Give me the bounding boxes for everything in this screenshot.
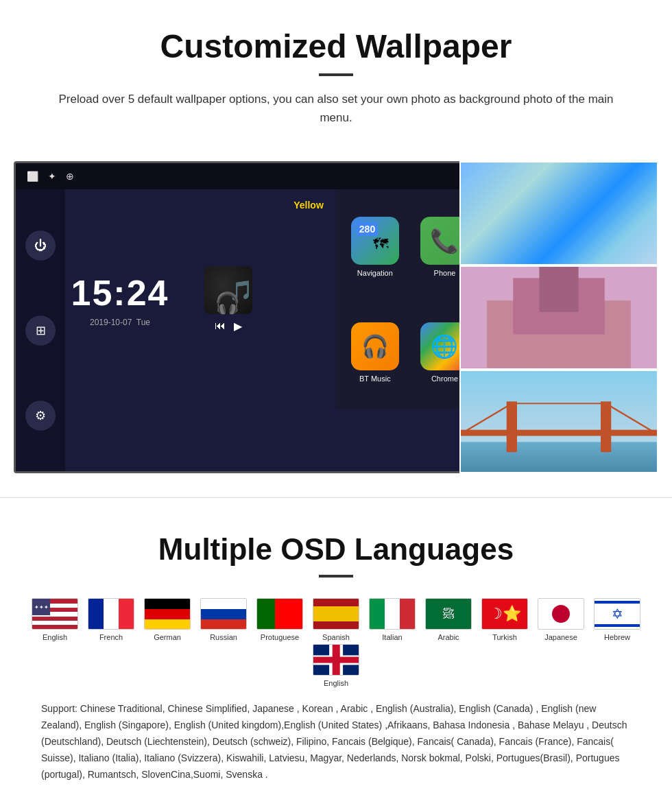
flag-uk <box>313 644 359 676</box>
app-item-btmusic[interactable]: 🎧 BT Music <box>341 301 409 405</box>
flag-label-russian: Russian <box>210 633 237 641</box>
app-label-navigation: Navigation <box>357 269 393 277</box>
flag-label-portuguese: Protuguese <box>261 633 299 641</box>
flag-item-russian: Russian <box>197 598 250 641</box>
flag-label-arabic: Arabic <box>437 633 459 641</box>
maps-number: 280 <box>357 222 378 236</box>
flag-label-hebrew: Hebrew <box>604 633 630 641</box>
flag-item-portuguese: Protuguese <box>253 598 307 641</box>
flag-item-english: ✦✦✦ English <box>28 598 82 641</box>
japan-circle <box>552 605 570 623</box>
power-button[interactable]: ⏻ <box>25 230 56 261</box>
languages-divider <box>319 575 353 578</box>
btmusic-icon: 🎧 <box>351 322 399 370</box>
app-item-navigation[interactable]: 280 🗺 Navigation <box>341 195 409 298</box>
music-widget: 🎧 ⏮ ▶ <box>175 189 281 409</box>
navigation-icon: 280 🗺 <box>351 217 399 265</box>
clock-date: 2019-10-07 Tue <box>90 318 150 327</box>
flag-saudi: ﷺ <box>425 598 472 630</box>
settings-button[interactable]: ⚙ <box>25 401 56 431</box>
flag-france <box>88 598 134 630</box>
star-of-david-icon: ✡ <box>595 606 640 622</box>
flag-item-german: German <box>141 598 194 641</box>
prev-track-icon[interactable]: ⏮ <box>215 320 226 333</box>
flag-israel: ✡ <box>594 598 640 630</box>
wallpaper-thumb-pink <box>459 265 658 370</box>
svg-rect-8 <box>461 429 657 436</box>
svg-rect-6 <box>507 401 517 452</box>
flag-item-italian: Italian <box>365 598 419 641</box>
flag-label-english: English <box>43 633 67 641</box>
app-label-phone: Phone <box>434 269 456 277</box>
flag-italy <box>369 598 416 630</box>
wallpaper-thumbnails <box>459 161 658 473</box>
app-label-btmusic: BT Music <box>359 374 391 383</box>
svg-rect-3 <box>539 267 578 312</box>
apps-button[interactable]: ⊞ <box>25 316 56 346</box>
flag-label-german: German <box>154 633 181 641</box>
wallpaper-thumb-ice <box>459 161 658 265</box>
flags-row: ✦✦✦ English French German <box>21 598 651 687</box>
clock-time: 15:24 <box>71 272 169 313</box>
flag-item-hebrew: ✡ Hebrew <box>590 598 644 641</box>
flag-japan <box>538 598 584 630</box>
flag-item-arabic: ﷺ Arabic <box>422 598 475 641</box>
flag-portugal <box>256 598 303 630</box>
flag-label-japanese: Japanese <box>544 633 577 641</box>
flag-usa: ✦✦✦ <box>32 598 78 630</box>
flag-item-japanese: Japanese <box>534 598 588 641</box>
music-controls: ⏮ ▶ <box>215 320 242 333</box>
section-divider <box>0 497 672 498</box>
title-divider <box>319 73 353 76</box>
app-label-chrome: Chrome <box>431 374 458 383</box>
languages-section: Multiple OSD Languages ✦✦✦ English <box>0 519 672 797</box>
saudi-text-icon: ﷺ <box>443 608 454 620</box>
device-sidebar: ⏻ ⊞ ⚙ <box>16 189 65 471</box>
music-album-art: 🎧 <box>204 266 252 314</box>
clock-area: 15:24 2019-10-07 Tue <box>65 189 175 409</box>
wallpaper-thumb-bridge <box>459 370 658 474</box>
page-title: Customized Wallpaper <box>41 27 631 65</box>
flag-label-french: French <box>99 633 123 641</box>
status-bar-left: ⬜ ✦ ⊕ <box>27 171 74 182</box>
languages-title: Multiple OSD Languages <box>21 532 651 567</box>
power-icon: ⬜ <box>27 171 38 182</box>
screenshot-composite: ⬜ ✦ ⊕ 1:59 ▣ ↩ ⏻ ⊞ ⚙ <box>14 161 658 477</box>
play-pause-icon[interactable]: ▶ <box>234 320 242 333</box>
turkey-crescent-icon: ☽⭐ <box>489 605 521 623</box>
flag-label-english-uk: English <box>324 679 348 687</box>
header-description: Preload over 5 default wallpaper options… <box>41 90 631 127</box>
location-icon: ⊕ <box>66 171 74 182</box>
flag-russia <box>200 598 247 630</box>
header-section: Customized Wallpaper Preload over 5 defa… <box>0 0 672 141</box>
flag-item-turkish: ☽⭐ Turkish <box>478 598 531 641</box>
yellow-label: Yellow <box>293 200 324 211</box>
svg-rect-5 <box>461 442 657 472</box>
yellow-strip: Yellow <box>281 189 336 409</box>
flag-item-french: French <box>84 598 138 641</box>
uk-vertical-red <box>333 645 340 675</box>
flag-turkey: ☽⭐ <box>481 598 528 630</box>
flag-germany <box>144 598 191 630</box>
flag-item-english-uk: English <box>309 644 363 687</box>
support-text: Support: Chinese Traditional, Chinese Si… <box>21 694 651 797</box>
flag-item-spanish: Spanish <box>309 598 363 641</box>
svg-rect-7 <box>601 401 611 452</box>
flag-label-italian: Italian <box>382 633 402 641</box>
flag-label-spanish: Spanish <box>322 633 350 641</box>
flag-label-turkish: Turkish <box>492 633 517 641</box>
brightness-icon: ✦ <box>48 171 56 182</box>
bluetooth-icon: 🎧 <box>215 290 240 314</box>
flag-spain <box>313 598 359 630</box>
